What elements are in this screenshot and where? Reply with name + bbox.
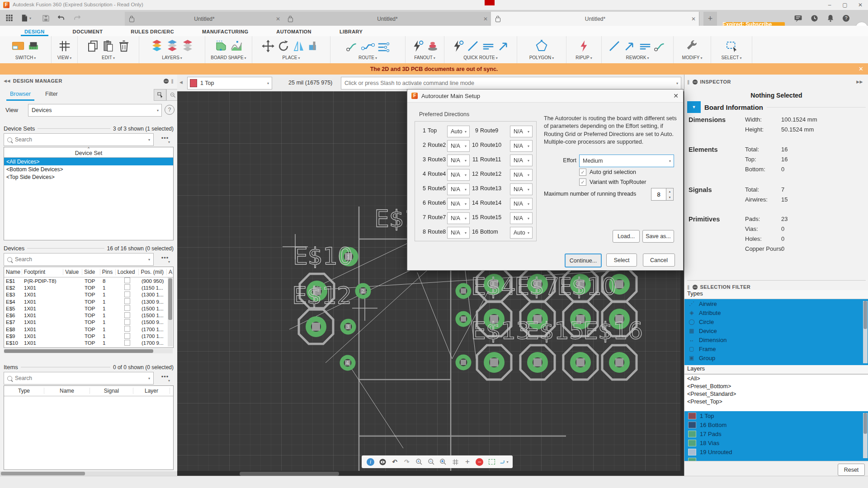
device-set-row[interactable]: <Bottom Side Devices> [4, 165, 173, 173]
type-item-frame[interactable]: ▢Frame [684, 344, 868, 353]
crosshair-icon[interactable]: + [463, 457, 472, 466]
layer-preset-item[interactable]: <Preset_Top> [684, 398, 868, 405]
route-direction-dropdown[interactable]: N/A▾ [510, 169, 532, 180]
locked-checkbox[interactable] [124, 312, 130, 318]
view-help-icon[interactable]: ? [165, 105, 175, 115]
stack2-icon[interactable] [165, 39, 179, 53]
remove-icon[interactable]: – [476, 458, 483, 466]
board-icon[interactable] [11, 39, 25, 53]
mirror-icon[interactable] [292, 39, 306, 53]
ribbon-group-label[interactable]: FANOUT▾ [414, 55, 435, 60]
undo-view-icon[interactable]: ↶ [390, 457, 399, 466]
layer-preset-item[interactable]: <Preset_Bottom> [684, 382, 868, 390]
collapse-icon[interactable] [693, 285, 698, 290]
pent-icon[interactable] [535, 39, 548, 53]
bell-icon[interactable] [825, 12, 836, 24]
redo-view-icon[interactable]: ↷ [402, 457, 411, 466]
devices-hscrollbar[interactable] [4, 349, 173, 353]
stack3-icon[interactable] [181, 39, 194, 53]
locked-checkbox[interactable] [124, 298, 130, 304]
devices-more-button[interactable]: •••▾ [156, 253, 174, 265]
spin-up-icon[interactable]: ▲ [666, 188, 673, 194]
locked-checkbox[interactable] [124, 305, 130, 311]
device-set-column-header[interactable]: ˄ Device Set [4, 147, 173, 158]
device-set-row[interactable]: <All Devices> [4, 158, 173, 165]
locked-checkbox[interactable] [124, 326, 130, 332]
copy-icon[interactable] [86, 39, 100, 53]
lineic-icon[interactable] [466, 39, 480, 53]
warning-close-icon[interactable]: ✕ [859, 66, 863, 72]
locked-checkbox[interactable] [124, 340, 130, 346]
items-column-signal[interactable]: Signal [90, 388, 133, 394]
select-tool-icon[interactable] [154, 89, 166, 101]
locked-checkbox[interactable] [124, 291, 130, 297]
zapD-icon[interactable] [410, 39, 424, 53]
zapD-icon[interactable] [451, 39, 464, 53]
device-set-row[interactable]: <Top Side Devices> [4, 173, 173, 181]
devices-column-value[interactable]: Value [63, 269, 82, 275]
ribbon-group-label[interactable]: MODIFY▾ [682, 55, 703, 60]
view-dropdown[interactable]: Devices▾ [28, 104, 162, 117]
devices-search[interactable]: ▾ [4, 253, 154, 266]
items-search[interactable]: ▾ [4, 372, 154, 385]
items-column-name[interactable]: Name [44, 388, 90, 394]
zoom-fit-icon[interactable] [439, 457, 448, 466]
items-column-type[interactable]: Type [4, 388, 44, 394]
undo-icon[interactable] [55, 12, 67, 24]
load-button[interactable]: Load... [613, 230, 640, 243]
device-row[interactable]: E$1P(R-PDIP-T8)TOP8(900 950) [4, 277, 173, 284]
arrownw-icon[interactable] [623, 39, 637, 53]
ribbon-tab-rules-drc-erc[interactable]: RULES DRC/ERC [127, 29, 178, 36]
trash-icon[interactable] [117, 39, 131, 53]
layer-preset-item[interactable]: <Preset_Standard> [684, 390, 868, 398]
devices-vscrollbar[interactable] [168, 277, 173, 347]
app-grid-icon[interactable] [4, 12, 15, 24]
tab-close-icon[interactable]: ✕ [688, 16, 699, 22]
locked-checkbox[interactable] [124, 319, 130, 325]
save-icon[interactable] [40, 12, 52, 24]
ribbon-tab-automation[interactable]: AUTOMATION [273, 29, 315, 36]
device-sets-search[interactable]: ▾ [4, 133, 154, 146]
layers-vscrollbar[interactable] [863, 413, 868, 458]
zoom-out-icon[interactable] [427, 457, 436, 466]
align-icon[interactable] [307, 39, 321, 53]
spin-down-icon[interactable]: ▼ [666, 194, 673, 200]
move-icon[interactable] [261, 39, 275, 53]
route-direction-dropdown[interactable]: N/A▾ [510, 198, 532, 209]
waves-icon[interactable] [638, 39, 652, 53]
rotate-icon[interactable] [277, 39, 290, 53]
blob-icon[interactable] [214, 39, 228, 53]
new-tab-button[interactable]: + [703, 12, 717, 26]
arrownw-icon[interactable] [497, 39, 510, 53]
maximize-button[interactable]: ▢ [837, 0, 853, 10]
ribbon-group-label[interactable]: POLYGON▾ [529, 55, 554, 60]
items-column-headers[interactable]: TypeNameSignalLayer [4, 386, 173, 396]
ribbon-group-label[interactable]: EDIT▾ [102, 55, 115, 60]
document-tab[interactable]: Untitled*✕ [491, 12, 699, 26]
threads-spinner[interactable]: 8 ▲▼ [651, 188, 674, 201]
redo-icon[interactable] [71, 12, 83, 24]
ribbon-group-label[interactable]: BOARD SHAPE▾ [211, 55, 246, 60]
panel-hscrollbar[interactable] [0, 471, 177, 476]
close-button[interactable]: ✕ [853, 0, 868, 10]
devices-column-side[interactable]: Side [82, 269, 100, 275]
layer-item[interactable]: 19 Unrouted [684, 447, 868, 456]
route-direction-dropdown[interactable]: N/A▾ [510, 212, 532, 223]
ribbon-group-label[interactable]: RIPUP▾ [576, 55, 592, 60]
ribbon-group-label[interactable]: VIEW▾ [57, 55, 72, 60]
tab-close-icon[interactable]: ✕ [273, 16, 283, 22]
devices-column-a[interactable]: A [167, 269, 173, 275]
dialog-close-icon[interactable]: ✕ [673, 92, 679, 99]
help-icon[interactable]: ? [840, 12, 852, 24]
type-item-attribute[interactable]: ◈Attribute [684, 308, 868, 317]
tab-close-icon[interactable]: ✕ [480, 16, 491, 22]
layer-item[interactable]: 18 Vias [684, 438, 868, 447]
route1-icon[interactable] [654, 39, 667, 53]
zoom-in-icon[interactable] [415, 457, 424, 466]
device-row[interactable]: E$31X01TOP1(1300 1... [4, 291, 173, 298]
device-sets-search-input[interactable] [14, 136, 147, 143]
checkbox-checked[interactable]: ✓ [579, 178, 586, 186]
layer-item[interactable]: 1 Top [684, 411, 868, 420]
ribbon-tab-manufacturing[interactable]: MANUFACTURING [198, 29, 252, 36]
chip-icon[interactable] [27, 39, 40, 53]
